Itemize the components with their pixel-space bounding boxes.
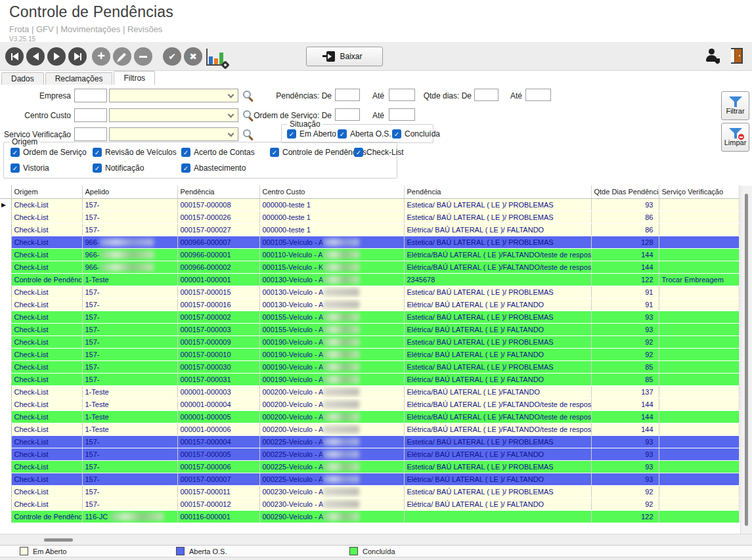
table-row[interactable]: Check-List966-000966-000001000110-Veícul…	[0, 248, 739, 261]
table-row[interactable]: Check-List1-Teste000001-000003000200-Veí…	[0, 385, 739, 398]
ordem-servico-ate-input[interactable]	[389, 108, 415, 121]
cell-pendencia: 000116-000001	[177, 510, 259, 523]
cell-pendencia: 000157-000026	[177, 211, 259, 223]
origem-checkbox-vistoria[interactable]: ✓Vistoria	[11, 163, 49, 173]
table-row[interactable]: Check-List157-000157-000016000130-Veícul…	[0, 298, 739, 311]
horizontal-scrollbar[interactable]	[0, 534, 752, 545]
origem-checkbox-check-list[interactable]: ✓Check-List	[354, 148, 404, 157]
column-header-centro-custo[interactable]: Centro Custo	[259, 185, 404, 198]
table-row[interactable]: Check-List157-000157-000003000155-Veícul…	[0, 323, 739, 335]
redacted-text	[323, 438, 359, 446]
qtde-dias-ate-input[interactable]	[525, 89, 551, 101]
table-row[interactable]: Check-List157-000157-000031000190-Veícul…	[0, 373, 739, 385]
tab-filtros[interactable]: Filtros	[114, 71, 155, 85]
centro-custo-code-input[interactable]	[74, 108, 107, 122]
table-row[interactable]: Controle de Pendências116-JC 000116-0000…	[0, 510, 739, 523]
vertical-scrollbar-thumb[interactable]	[745, 194, 748, 526]
cell-descricao: Elétrica/BAÚ LATERAL ( LE )/FALTANDO/tes…	[404, 398, 591, 410]
cell-qtde-dias: 122	[591, 510, 659, 523]
cancel-icon[interactable]: ✖	[184, 47, 202, 66]
table-row[interactable]: Check-List157-000157-000005000225-Veícul…	[0, 448, 739, 460]
cell-centro-custo: 000155-Veículo - A	[259, 323, 404, 335]
table-row[interactable]: Check-List157-000157-000015000130-Veícul…	[0, 286, 739, 298]
cell-pendencia: 000001-000003	[177, 385, 259, 398]
servico-verificacao-code-input[interactable]	[74, 127, 107, 141]
cell-centro-custo: 000130-Veículo - A	[259, 273, 404, 286]
breadcrumb: Frota | GFV | Movimentações | Revisões	[9, 24, 162, 34]
column-header-qtde-dias-pendencia[interactable]: Qtde Dias Pendência	[591, 185, 659, 198]
table-row[interactable]: Check-List157-000157-000012000230-Veícul…	[0, 498, 739, 510]
first-record-icon[interactable]	[5, 47, 24, 66]
cell-servico-verificacao	[659, 335, 739, 348]
redacted-text	[323, 513, 359, 521]
table-row[interactable]: Check-List157-000157-000004000225-Veícul…	[0, 435, 739, 448]
cell-centro-custo: 000000-teste 1	[259, 198, 404, 211]
column-header-apelido[interactable]: Apelido	[82, 185, 177, 198]
table-row[interactable]: Check-List966-000966-000007000105-Veícul…	[0, 236, 739, 248]
column-header-pendencia[interactable]: Pendência	[404, 185, 591, 198]
add-icon[interactable]: +	[92, 47, 110, 66]
ordem-servico-de-input[interactable]	[335, 108, 360, 121]
origem-groupbox: Origem ✓Ordem de Serviço✓Revisão de Veíc…	[3, 142, 397, 179]
cell-origem: Controle de Pendências	[11, 510, 82, 523]
filtrar-button[interactable]: Filtrar	[721, 91, 749, 120]
column-header-pendencia[interactable]: Pendência	[177, 185, 259, 198]
empresa-combo[interactable]	[109, 89, 238, 102]
table-row[interactable]: Check-List157-000157-000009000190-Veícul…	[0, 335, 739, 348]
last-record-icon[interactable]	[68, 47, 87, 66]
empresa-code-input[interactable]	[74, 89, 107, 102]
origem-checkbox-notificacao[interactable]: ✓Notificação	[93, 163, 144, 173]
qtde-dias-de-input[interactable]	[474, 89, 498, 101]
situacao-checkbox-aberta-o-s[interactable]: ✓Aberta O.S.	[338, 129, 391, 139]
situacao-checkbox-concluida[interactable]: ✓Concluída	[392, 129, 440, 139]
origem-checkbox-controle-de-pendencias[interactable]: ✓Controle de Pendências	[270, 148, 366, 157]
vertical-scrollbar[interactable]	[740, 186, 752, 534]
table-row[interactable]: Check-List157-000157-000010000190-Veícul…	[0, 348, 739, 360]
table-row[interactable]: Check-List157-000157-000006000225-Veícul…	[0, 460, 739, 473]
table-row[interactable]: Check-List1-Teste000001-000004000200-Veí…	[0, 398, 739, 410]
table-row[interactable]: Check-List157-000157-000026000000-teste …	[0, 211, 739, 223]
tab-reclamacoes[interactable]: Reclamações	[45, 72, 113, 85]
table-row[interactable]: Check-List1-Teste000001-000005000200-Veí…	[0, 410, 739, 423]
origem-checkbox-revisao-de-veiculos[interactable]: ✓Revisão de Veículos	[93, 148, 177, 157]
user-permission-icon[interactable]	[706, 48, 719, 64]
table-row[interactable]: Check-List157-000157-000027000000-teste …	[0, 223, 739, 236]
origem-checkbox-ordem-de-servico[interactable]: ✓Ordem de Serviço	[11, 148, 87, 157]
prev-record-icon[interactable]	[26, 47, 45, 66]
row-indicator	[0, 211, 11, 223]
table-row[interactable]: Check-List157-000157-000030000190-Veícul…	[0, 360, 739, 373]
servico-verificacao-search-icon[interactable]	[243, 129, 251, 137]
confirm-icon[interactable]: ✔	[163, 47, 181, 66]
cell-descricao: Elétrica/BAÚ LATERAL ( LE )/FALTANDO/tes…	[404, 248, 591, 261]
servico-verificacao-combo[interactable]	[109, 127, 238, 141]
filter-funnel-icon	[728, 97, 743, 107]
table-row[interactable]: Check-List157-000157-000011000230-Veícul…	[0, 485, 739, 498]
empresa-search-icon[interactable]	[243, 91, 251, 98]
table-row[interactable]: Check-List157-000157-000002000155-Veícul…	[0, 311, 739, 323]
cell-centro-custo: 000290-Veículo - A	[259, 510, 404, 523]
centro-custo-combo[interactable]	[109, 108, 238, 122]
row-indicator	[0, 335, 11, 348]
table-row[interactable]: Controle de Pendências1-Teste000001-0000…	[0, 273, 739, 286]
table-row[interactable]: ▶Check-List157-000157-000008000000-teste…	[0, 198, 739, 211]
table-row[interactable]: Check-List157-000157-000007000225-Veícul…	[0, 473, 739, 485]
row-indicator	[0, 510, 11, 523]
horizontal-scrollbar-thumb[interactable]	[44, 538, 73, 542]
situacao-checkbox-em-aberto[interactable]: ✓Em Aberto	[287, 129, 336, 139]
baixar-button[interactable]: Baixar	[306, 47, 383, 66]
column-header-origem[interactable]: Origem	[11, 185, 82, 198]
edit-icon[interactable]	[113, 47, 131, 66]
exit-door-icon[interactable]	[731, 48, 743, 64]
tab-dados[interactable]: Dados	[1, 72, 44, 85]
chart-settings-icon[interactable]	[206, 49, 226, 66]
origem-checkbox-acerto-de-contas[interactable]: ✓Acerto de Contas	[181, 148, 255, 157]
next-record-icon[interactable]	[47, 47, 66, 66]
table-row[interactable]: Check-List1-Teste000001-000006000200-Veí…	[0, 423, 739, 435]
column-header-servico-verificacao[interactable]: Serviço Verificação	[659, 185, 739, 198]
pendencias-de-input[interactable]	[335, 89, 360, 101]
cell-servico-verificacao	[659, 423, 739, 435]
limpar-button[interactable]: Limpar	[721, 123, 749, 152]
remove-icon[interactable]	[134, 47, 152, 66]
table-row[interactable]: Check-List966-000966-000002000115-Veícul…	[0, 261, 739, 273]
origem-checkbox-abastecimento[interactable]: ✓Abastecimento	[181, 163, 246, 173]
